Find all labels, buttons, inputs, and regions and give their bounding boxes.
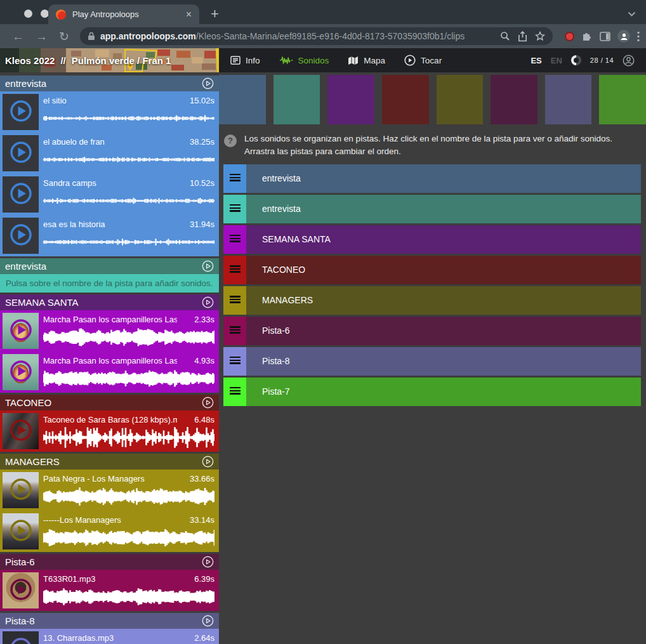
play-track-button[interactable] (202, 260, 214, 272)
audio-clip[interactable]: el abuelo de fran38.25s (0, 133, 219, 174)
url-domain: app.antropoloops.com (100, 31, 196, 41)
track-header[interactable]: Pista-8 (0, 613, 219, 629)
track-color-swatch[interactable] (437, 75, 484, 124)
track-header[interactable]: Pista-6 (0, 554, 219, 570)
drag-handle[interactable] (223, 347, 246, 376)
drag-handle[interactable] (223, 195, 246, 223)
play-track-button[interactable] (202, 556, 214, 568)
nav-item-info[interactable]: Info (230, 56, 260, 65)
audio-clip[interactable]: esa es la historia31.94s (0, 215, 219, 256)
language-es[interactable]: ES (531, 56, 541, 65)
audio-clip[interactable]: Marcha Pasan los campanilleros Las Mejor… (0, 352, 219, 393)
audio-clip[interactable]: Marcha Pasan los campanilleros Las Mejor… (0, 310, 219, 352)
window-close-button[interactable] (24, 10, 32, 18)
track-color-swatch[interactable] (599, 75, 646, 124)
share-icon[interactable] (518, 31, 527, 42)
track-row[interactable]: entrevista (223, 164, 641, 193)
browser-toolbar: ← → ↻ app.antropoloops.com/Kleos-Santa-M… (0, 24, 646, 48)
new-tab-button[interactable]: + (211, 6, 219, 22)
track-row[interactable]: entrevista (223, 195, 641, 223)
track-row[interactable]: MANAGERS (223, 286, 641, 315)
play-track-button[interactable] (202, 615, 214, 627)
track-row-bar[interactable]: Pista-7 (246, 378, 641, 406)
profile-avatar[interactable] (617, 30, 630, 43)
audio-clip[interactable]: 13. Charradas.mp32.64s (0, 629, 219, 644)
track-row-bar[interactable]: MANAGERS (246, 286, 641, 315)
track-row-bar[interactable]: SEMANA SANTA (246, 225, 641, 254)
audio-clip[interactable]: Pata Negra - Los Managers33.66s (0, 470, 219, 511)
interview-placeholder[interactable] (3, 135, 39, 171)
track-color-swatch[interactable] (327, 75, 374, 124)
clip-duration: 2.33s (194, 315, 214, 324)
band-photo[interactable] (3, 513, 39, 549)
track-row[interactable]: Pista-8 (223, 347, 641, 376)
nav-item-sonidos[interactable]: Sonidos (279, 55, 329, 65)
track-row[interactable]: TACONEO (223, 256, 641, 284)
browser-menu-icon[interactable] (637, 31, 640, 42)
track-row-bar[interactable]: Pista-6 (246, 317, 641, 345)
band-photo[interactable] (3, 472, 39, 508)
zoom-icon[interactable] (500, 31, 510, 41)
address-bar[interactable]: app.antropoloops.com/Kleos-Santa-Marina/… (80, 27, 553, 45)
drag-handle[interactable] (223, 378, 246, 406)
drag-handle-icon (230, 357, 241, 365)
track-row-bar[interactable]: entrevista (246, 195, 641, 223)
audio-clip[interactable]: Sandra camps10.52s (0, 174, 219, 215)
interview-placeholder[interactable] (3, 94, 39, 130)
drag-handle[interactable] (223, 286, 246, 315)
audio-clip[interactable]: Taconeo de Sara Baras (128 kbps).mp36.48… (0, 411, 219, 452)
audio-clip[interactable]: T633R01.mp36.39s (0, 570, 219, 611)
nav-item-mapa[interactable]: Mapa (348, 56, 385, 65)
track-row[interactable]: Pista-7 (223, 378, 641, 406)
interview-placeholder[interactable] (3, 176, 39, 213)
browser-tab[interactable]: Play Antropoloops × (48, 4, 199, 24)
record-extension-icon[interactable] (565, 32, 574, 41)
back-button[interactable]: ← (6, 30, 30, 43)
dark-placeholder[interactable] (3, 631, 39, 644)
track-header[interactable]: MANAGERS (0, 454, 219, 470)
tab-search-chevron-icon[interactable] (628, 8, 636, 20)
guadalupe-image[interactable] (3, 354, 39, 390)
track-header[interactable]: SEMANA SANTA (0, 294, 219, 310)
track-name: Pista-8 (5, 615, 35, 626)
audio-clip[interactable]: ------Los Mananagers33.14s (0, 511, 219, 552)
track-color-strip (219, 75, 646, 124)
account-icon[interactable] (623, 55, 635, 67)
drag-handle[interactable] (223, 317, 246, 345)
track-row-bar[interactable]: entrevista (246, 164, 641, 193)
extensions-puzzle-icon[interactable] (581, 30, 593, 42)
play-track-button[interactable] (202, 77, 214, 89)
forward-button[interactable]: → (30, 30, 53, 43)
track-color-swatch[interactable] (545, 75, 592, 124)
tab-close-icon[interactable]: × (186, 10, 192, 20)
track-row[interactable]: SEMANA SANTA (223, 225, 641, 254)
interview-placeholder[interactable] (3, 218, 39, 254)
clip-duration: 10.52s (190, 178, 214, 188)
flamenco-photo[interactable] (3, 413, 39, 449)
language-en[interactable]: EN (551, 56, 562, 65)
audio-clip[interactable]: el sitio15.02s (0, 91, 219, 133)
track-row-bar[interactable]: TACONEO (246, 256, 641, 284)
track-row-bar[interactable]: Pista-8 (246, 347, 641, 376)
reload-button[interactable]: ↻ (53, 30, 75, 43)
track-color-swatch[interactable] (382, 75, 429, 124)
track-color-swatch[interactable] (491, 75, 537, 124)
track-color-swatch[interactable] (219, 75, 266, 124)
drag-handle[interactable] (223, 164, 246, 193)
track-header[interactable]: entrevista (0, 258, 219, 274)
drag-handle[interactable] (223, 225, 246, 254)
drag-handle[interactable] (223, 256, 246, 284)
side-panel-icon[interactable] (600, 32, 610, 41)
guadalupe-image[interactable] (3, 313, 39, 349)
play-track-button[interactable] (202, 397, 214, 409)
track-color-swatch[interactable] (274, 75, 320, 124)
play-track-button[interactable] (202, 296, 214, 308)
bookmark-star-icon[interactable] (535, 31, 545, 41)
track-header[interactable]: TACONEO (0, 395, 219, 411)
door-photo[interactable] (3, 572, 39, 608)
url-text: app.antropoloops.com/Kleos-Santa-Marina/… (100, 31, 492, 41)
track-header[interactable]: entrevista (0, 76, 219, 91)
track-row[interactable]: Pista-6 (223, 317, 641, 345)
nav-item-tocar[interactable]: Tocar (404, 55, 442, 66)
play-track-button[interactable] (202, 456, 214, 468)
